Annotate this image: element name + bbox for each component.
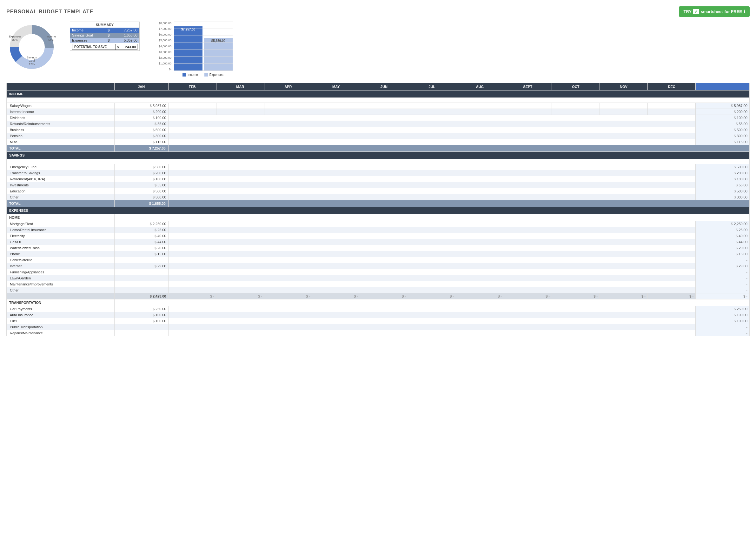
table-row: Emergency Fund $500.00 $500.00 [7,164,750,170]
maintenance-jan[interactable] [114,281,168,287]
salary-feb[interactable] [168,103,216,109]
transfer-savings-jan[interactable]: $200.00 [114,170,168,176]
column-header-row: JAN FEB MAR APR MAY JUN JUL AUG SEPT OCT… [7,83,750,90]
income-bar-label: $7,257.00 [181,28,195,31]
furnishing-jan[interactable] [114,269,168,275]
pension-jan[interactable]: $300.00 [114,133,168,139]
interest-mar[interactable] [216,109,264,115]
refunds-jan[interactable]: $55.00 [114,121,168,127]
retirement-jan[interactable]: $100.00 [114,176,168,182]
interest-jun[interactable] [360,109,408,115]
mortgage-annual: $2,250.00 [696,221,750,227]
auto-insurance-label: Auto Insurance [7,312,115,318]
salary-oct[interactable] [551,103,599,109]
home-other-annual: - [696,287,750,293]
salary-nov[interactable] [600,103,648,109]
car-payments-jan[interactable]: $250.00 [114,306,168,312]
home-subtotal-aug: $- [456,293,504,299]
refunds-annual: $55.00 [696,121,750,127]
table-row: Interest Income $200.00 $200.00 [7,109,750,115]
pension-annual: $300.00 [696,133,750,139]
phone-annual: $15.00 [696,251,750,257]
feb-header: FEB [168,83,216,90]
lawn-jan[interactable] [114,275,168,281]
interest-dec[interactable] [648,109,696,115]
dividends-jan[interactable]: $100.00 [114,115,168,121]
interest-aug[interactable] [456,109,504,115]
savings-other-jan[interactable]: $300.00 [114,194,168,200]
business-jan[interactable]: $500.00 [114,127,168,133]
savings-other-label: Other [7,194,115,200]
income-value: 7,257.00 [114,28,139,33]
phone-jan[interactable]: $15.00 [114,251,168,257]
home-insurance-jan[interactable]: $25.00 [114,227,168,233]
repairs-jan[interactable] [114,330,168,336]
salary-jun[interactable] [360,103,408,109]
sept-header: SEPT [504,83,551,90]
mortgage-jan[interactable]: $2,250.00 [114,221,168,227]
electricity-jan[interactable]: $40.00 [114,233,168,239]
potential-label: POTENTIAL TO SAVE [72,44,116,50]
salary-jan[interactable]: $5,987.00 [114,103,168,109]
legend-income-color [182,73,186,77]
home-subtotal-oct: $- [551,293,599,299]
emergency-annual: $500.00 [696,164,750,170]
expenses-bar: $5,359.00 [204,38,233,71]
interest-sept[interactable] [504,109,551,115]
salary-jul[interactable] [408,103,456,109]
interest-jan[interactable]: $200.00 [114,109,168,115]
smartsheet-button[interactable]: TRY ✓ smartsheet for FREE ℹ [679,6,750,17]
gasoil-jan[interactable]: $44.00 [114,239,168,245]
home-subtotal-jul: $- [408,293,456,299]
interest-nov[interactable] [600,109,648,115]
interest-may[interactable] [312,109,360,115]
cable-jan[interactable] [114,257,168,263]
donut-income-pct: 51% [48,38,54,42]
home-other-jan[interactable] [114,287,168,293]
home-subtotal-jan: $2,423.00 [114,293,168,299]
table-row: Maintenance/Improvements - [7,281,750,287]
gasoil-label: Gas/Oil [7,239,115,245]
home-subtotal-sept: $- [504,293,551,299]
water-jan[interactable]: $20.00 [114,245,168,251]
water-annual: $20.00 [696,245,750,251]
interest-oct[interactable] [551,109,599,115]
home-other-label: Other [7,287,115,293]
income-total-row: TOTAL $7,257.00 [7,145,750,152]
emergency-jan[interactable]: $500.00 [114,164,168,170]
interest-apr[interactable] [264,109,312,115]
table-row: Mortgage/Rent $2,250.00 $2,250.00 [7,221,750,227]
bars-group: $7,257.00 $5,359.00 [174,22,233,71]
income-symbol: $ [106,28,114,33]
jan-header: JAN [114,83,168,90]
table-row: Home/Rental Insurance $25.00 $25.00 [7,227,750,233]
y-axis: $8,000.00 $7,000.00 $6,000.00 $5,000.00 … [159,22,171,71]
investments-jan[interactable]: $55.00 [114,182,168,188]
misc-jan[interactable]: $115.00 [114,139,168,145]
apr-header: APR [264,83,312,90]
fuel-label: Fuel [7,318,115,324]
education-jan[interactable]: $500.00 [114,188,168,194]
salary-sept[interactable] [504,103,551,109]
savings-goal-label: Savings Goal [70,33,106,38]
salary-may[interactable] [312,103,360,109]
expenses-symbol: $ [106,38,114,43]
internet-label: Internet [7,263,115,269]
water-label: Water/Sewer/Trash [7,245,115,251]
jul-header: JUL [408,83,456,90]
public-transport-jan[interactable] [114,324,168,330]
interest-feb[interactable] [168,109,216,115]
table-row: Gas/Oil $44.00 $44.00 [7,239,750,245]
home-subtotal-row: $2,423.00 $- $- $- $- $- $- $- $- $- $- … [7,293,750,299]
salary-mar[interactable] [216,103,264,109]
dec-header: DEC [648,83,696,90]
salary-dec[interactable] [648,103,696,109]
salary-aug[interactable] [456,103,504,109]
fuel-jan[interactable]: $100.00 [114,318,168,324]
salary-apr[interactable] [264,103,312,109]
table-row: Investments $55.00 $55.00 [7,182,750,188]
auto-insurance-jan[interactable]: $100.00 [114,312,168,318]
interest-jul[interactable] [408,109,456,115]
page-title: PERSONAL BUDGET TEMPLATE [6,9,93,14]
internet-jan[interactable]: $29.00 [114,263,168,269]
